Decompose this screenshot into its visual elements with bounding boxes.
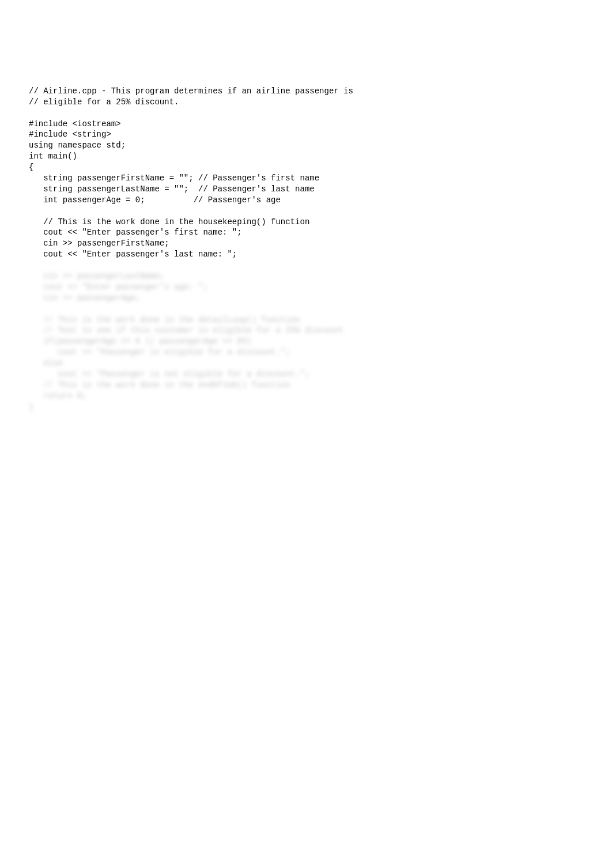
code-line: string passengerFirstName = ""; // Passe… <box>29 173 583 184</box>
code-line: cin >> passengerFirstName; <box>29 238 583 249</box>
code-line: int passengerAge = 0; // Passenger's age <box>29 195 583 206</box>
code-line-blurred: cout << "Passenger is not eligible for a… <box>29 369 583 380</box>
code-line-blurred <box>29 304 583 315</box>
code-line: { <box>29 162 583 173</box>
code-line-blurred: // Test to see if this customer is eligi… <box>29 325 583 336</box>
document-page: // Airline.cpp - This program determines… <box>0 0 612 452</box>
code-line-blurred: if(passengerAge <= 6 || passengerAge >= … <box>29 336 583 347</box>
code-line-blurred: cout << "Passenger is eligible for a dis… <box>29 347 583 358</box>
code-line: string passengerLastName = ""; // Passen… <box>29 184 583 195</box>
code-line <box>29 108 583 119</box>
code-line: // Airline.cpp - This program determines… <box>29 86 583 97</box>
code-line-blurred: cin >> passengerAge; <box>29 293 583 304</box>
code-line: cout << "Enter passenger's first name: "… <box>29 227 583 238</box>
code-line-blurred: return 0; <box>29 391 583 402</box>
code-line: // eligible for a 25% discount. <box>29 97 583 108</box>
code-line <box>29 206 583 217</box>
code-line-blurred: cout << "Enter passenger's age: "; <box>29 282 583 293</box>
code-line: int main() <box>29 151 583 162</box>
code-block-blurred: cin >> passengerLastName; cout << "Enter… <box>29 271 583 413</box>
code-line-blurred: // This is the work done in the endOfJob… <box>29 380 583 391</box>
code-line: #include <iostream> <box>29 119 583 130</box>
code-line-blurred: } <box>29 402 583 413</box>
code-line-blurred: cin >> passengerLastName; <box>29 271 583 282</box>
code-line-blurred: // This is the work done in the detailLo… <box>29 315 583 326</box>
code-line: cout << "Enter passenger's last name: "; <box>29 249 583 260</box>
code-line: #include <string> <box>29 129 583 140</box>
code-block-visible: // Airline.cpp - This program determines… <box>29 86 583 260</box>
code-line-blurred: else <box>29 358 583 369</box>
code-line: // This is the work done in the housekee… <box>29 217 583 228</box>
code-line: using namespace std; <box>29 140 583 151</box>
